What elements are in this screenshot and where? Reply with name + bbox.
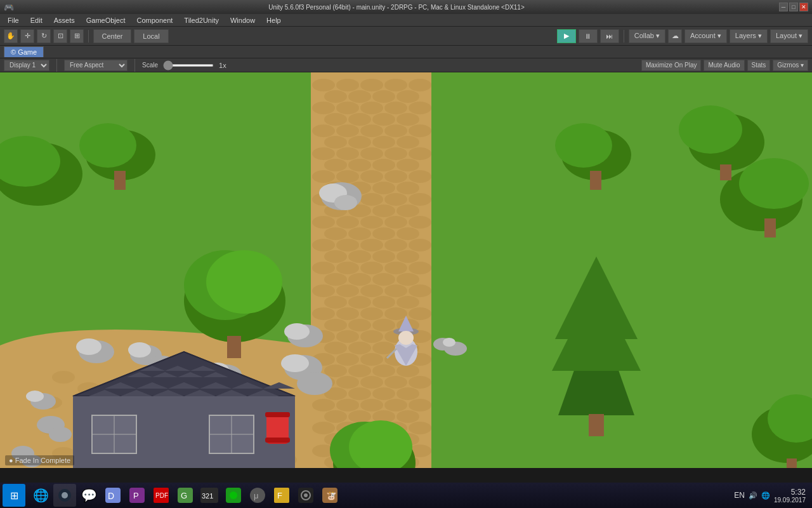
scale-text: Scale <box>142 62 158 69</box>
svg-point-25 <box>324 136 347 149</box>
svg-point-125 <box>348 387 371 400</box>
svg-point-4 <box>360 79 383 91</box>
svg-point-88 <box>324 296 347 309</box>
svg-point-28 <box>396 136 419 149</box>
taskbar-extra[interactable]: 🐮 <box>318 484 341 507</box>
svg-point-141 <box>409 422 431 434</box>
collab-btn[interactable]: Collab ▾ <box>629 29 665 43</box>
svg-point-115 <box>324 364 347 377</box>
local-btn[interactable]: Local <box>134 29 169 43</box>
svg-point-216 <box>26 391 44 402</box>
svg-point-208 <box>128 342 151 358</box>
svg-point-95 <box>384 307 407 320</box>
svg-point-93 <box>336 307 359 320</box>
svg-point-84 <box>336 284 359 297</box>
rect-tool[interactable]: ⊞ <box>70 29 84 43</box>
hand-tool[interactable]: ✋ <box>4 29 18 43</box>
taskbar-unknown1[interactable] <box>222 484 245 507</box>
taskbar-movie[interactable]: 321 <box>198 484 221 507</box>
svg-point-155 <box>52 371 75 384</box>
collab-label: Collab ▾ <box>634 32 660 40</box>
svg-point-214 <box>297 372 332 395</box>
svg-point-187 <box>206 250 282 314</box>
fade-message: ● Fade In Complete <box>5 455 74 465</box>
taskbar-app-purple[interactable]: P <box>126 484 148 507</box>
taskbar-pdf[interactable]: PDF <box>150 484 173 507</box>
gizmos-btn[interactable]: Gizmos ▾ <box>773 60 808 71</box>
svg-point-82 <box>396 273 419 286</box>
svg-point-277 <box>62 492 68 498</box>
maximize-btn[interactable]: □ <box>789 3 798 11</box>
scale-slider[interactable] <box>163 64 214 67</box>
svg-point-213 <box>281 354 309 372</box>
layout-btn[interactable]: Layout ▾ <box>770 29 808 43</box>
svg-point-99 <box>372 319 395 331</box>
svg-point-22 <box>360 124 383 137</box>
account-btn[interactable]: Account ▾ <box>684 29 727 43</box>
svg-point-13 <box>360 102 383 114</box>
svg-point-123 <box>409 376 431 389</box>
svg-text:🐮: 🐮 <box>326 490 337 501</box>
center-btn[interactable]: Center <box>93 29 131 43</box>
title-controls: ─ □ ✕ <box>779 3 808 11</box>
svg-point-16 <box>324 113 347 126</box>
scale-tool[interactable]: ⊡ <box>53 29 67 43</box>
svg-point-70 <box>324 250 347 263</box>
svg-text:PDF: PDF <box>155 492 168 499</box>
taskbar-skype[interactable]: 💬 <box>77 484 100 507</box>
step-btn[interactable]: ⏭ <box>600 29 619 43</box>
svg-point-41 <box>384 170 407 183</box>
svg-point-137 <box>312 422 335 434</box>
start-button[interactable]: ⊞ <box>3 484 25 507</box>
taskbar-uplay[interactable]: μ <box>246 484 269 507</box>
svg-point-36 <box>372 159 395 171</box>
svg-point-37 <box>396 159 419 171</box>
mute-audio-btn[interactable]: Mute Audio <box>704 60 744 71</box>
menu-gameobject[interactable]: GameObject <box>81 15 131 25</box>
taskbar-steam[interactable] <box>53 484 76 507</box>
svg-rect-192 <box>589 414 604 436</box>
minimize-btn[interactable]: ─ <box>779 3 788 11</box>
pause-btn[interactable]: ⏸ <box>579 29 598 43</box>
layers-btn[interactable]: Layers ▾ <box>730 29 768 43</box>
svg-point-87 <box>409 284 431 297</box>
svg-point-58 <box>360 216 383 229</box>
taskbar-chrome[interactable]: 🌐 <box>29 484 52 507</box>
move-tool[interactable]: ✛ <box>20 29 34 43</box>
rotate-tool[interactable]: ↻ <box>37 29 51 43</box>
svg-point-8 <box>348 90 371 103</box>
menu-file[interactable]: File <box>3 15 24 25</box>
svg-point-130 <box>360 399 383 411</box>
taskbar-files[interactable]: F <box>270 484 293 507</box>
close-btn[interactable]: ✕ <box>799 3 808 11</box>
cloud-btn[interactable]: ☁ <box>668 29 682 43</box>
play-btn[interactable]: ▶ <box>557 29 576 43</box>
taskbar-discord[interactable]: D <box>102 484 124 507</box>
menu-edit[interactable]: Edit <box>25 15 48 25</box>
svg-rect-201 <box>720 164 731 180</box>
maximize-on-play-btn[interactable]: Maximize On Play <box>641 60 702 71</box>
svg-point-27 <box>372 136 395 149</box>
layers-label: Layers ▾ <box>735 32 762 40</box>
svg-point-59 <box>384 216 407 229</box>
display-select[interactable]: Display 1 <box>4 60 49 71</box>
aspect-select[interactable]: Free Aspect <box>64 60 128 71</box>
taskbar-greenshot[interactable]: G <box>174 484 197 507</box>
svg-point-2 <box>312 79 335 91</box>
taskbar-clock[interactable]: 5:32 19.09.2017 <box>774 488 806 504</box>
menu-window[interactable]: Window <box>225 15 260 25</box>
game-tab[interactable]: © Game <box>4 46 44 57</box>
svg-point-102 <box>336 330 359 343</box>
taskbar-unity-icon[interactable] <box>294 484 317 507</box>
menu-assets[interactable]: Assets <box>49 15 80 25</box>
stats-btn[interactable]: Stats <box>747 60 771 71</box>
menu-help[interactable]: Help <box>261 15 286 25</box>
svg-point-211 <box>284 323 310 340</box>
svg-point-94 <box>360 307 383 320</box>
menu-component[interactable]: Component <box>131 15 178 25</box>
clock-date: 19.09.2017 <box>774 497 806 504</box>
svg-point-200 <box>679 105 742 154</box>
menu-tiled2unity[interactable]: Tiled2Unity <box>179 15 224 25</box>
svg-point-117 <box>372 364 395 377</box>
svg-point-128 <box>312 399 335 411</box>
